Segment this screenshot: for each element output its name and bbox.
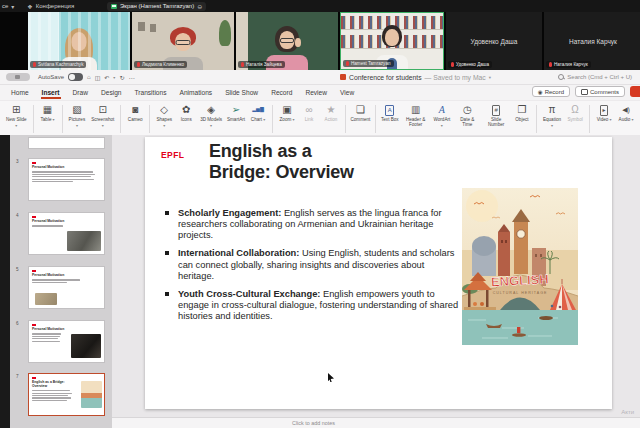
undo-icon[interactable]: ↶	[104, 74, 109, 81]
equation-icon: π	[549, 103, 556, 116]
thumb-title: English as a Bridge: Overview	[32, 381, 74, 389]
text-box-button[interactable]: AText Box	[379, 103, 401, 122]
screen-share-tab[interactable]: Экран (Hamest Tamrazyan) ⊖	[107, 2, 206, 11]
slide-thumbnail-7-selected[interactable]: 7 English as a Bridge: Overview	[28, 373, 105, 416]
zoom-insert-button[interactable]: ▣Zoom	[276, 103, 298, 123]
slide-number-button[interactable]: #Slide Number	[481, 103, 511, 128]
conference-label[interactable]: Конференция	[36, 3, 74, 9]
name-label: Удовенко Даша	[448, 61, 492, 68]
mic-muted-icon	[346, 61, 349, 66]
link-button: ∞Link	[298, 103, 320, 122]
video-button[interactable]: ▸Video	[593, 103, 615, 123]
slide-thumbnail-4[interactable]: 4 Personal Motivation	[28, 212, 105, 255]
slide-number: 3	[16, 159, 19, 164]
window-controls[interactable]	[6, 73, 30, 81]
table-button[interactable]: ▦Table	[37, 103, 59, 123]
audio-button[interactable]: ◀)Audio	[615, 103, 637, 123]
tab-home[interactable]: Home	[10, 87, 30, 98]
action-button: ★Action	[320, 103, 342, 122]
slide-thumbnail-5[interactable]: 5 Personal Motivation	[28, 266, 105, 309]
tab-review[interactable]: Review	[304, 87, 328, 98]
cameo-icon: ◙	[132, 103, 138, 116]
window-left-edge	[0, 135, 10, 428]
slide-body-text[interactable]: Scholarly Engagement: English serves as …	[165, 208, 461, 329]
action-icon: ★	[327, 103, 336, 116]
mic-muted-icon	[451, 62, 454, 67]
search-icon	[558, 74, 564, 80]
current-slide[interactable]: EPFL English as a Bridge: Overview Schol…	[145, 137, 612, 409]
tab-draw[interactable]: Draw	[72, 87, 89, 98]
mic-muted-icon	[549, 62, 552, 67]
toolbar-separator	[375, 105, 376, 133]
audio-tile-participant-5[interactable]: Удовенко Даша Удовенко Даша	[446, 12, 542, 70]
autosave-toggle[interactable]	[68, 73, 83, 81]
document-title[interactable]: Conference for students	[349, 74, 422, 81]
slide-thumbnail-6[interactable]: 6 Personal Motivation	[28, 320, 105, 363]
notes-pane[interactable]: Click to add notes	[112, 417, 640, 428]
tab-view[interactable]: View	[339, 87, 355, 98]
boat-figure	[517, 327, 520, 333]
titlebar: AutoSave ⌂ ◫ ↶ ▾ ↻ ⋯ Conference for stud…	[0, 70, 640, 85]
video-tile-participant-1[interactable]: Svitlana Kachmarchyk	[28, 12, 130, 70]
comment-button[interactable]: ❏Comment	[349, 103, 372, 122]
tab-design[interactable]: Design	[100, 87, 123, 98]
header-footer-button[interactable]: ▥Header & Footer	[401, 103, 431, 128]
video-tile-participant-2[interactable]: Людмила Клименко	[132, 12, 234, 70]
tab-transitions[interactable]: Transitions	[133, 87, 167, 98]
pedestrian	[559, 306, 562, 309]
thumb-title: Personal Motivation	[32, 220, 74, 224]
tab-insert[interactable]: Insert	[41, 87, 61, 98]
powerpoint-doc-icon	[340, 74, 346, 80]
title-caret-icon[interactable]: ▾	[489, 75, 491, 80]
slide-thumbnail-2-partial[interactable]	[28, 137, 105, 149]
save-icon[interactable]: ◫	[95, 74, 101, 81]
participant-name-center: Удовенко Даша	[471, 38, 518, 45]
slide-thumbnail-3[interactable]: 3 Personal Motivation	[28, 158, 105, 201]
screenshot-button[interactable]: ⊡Screenshot	[88, 103, 117, 128]
illustration-word: ENGLISH	[491, 272, 550, 290]
screen-share-label: Экран (Hamest Tamrazyan)	[120, 3, 194, 9]
participant-name: Людмила Клименко	[142, 62, 184, 67]
comments-button[interactable]: Comments	[575, 86, 625, 97]
screenshot-icon: ⊡	[99, 103, 107, 116]
toolbar-separator	[536, 105, 537, 133]
slide-illustration[interactable]: ENGLISH CULTURAL HERITAGE	[462, 188, 578, 345]
mic-muted-icon	[137, 62, 140, 67]
tab-animations[interactable]: Animations	[179, 87, 214, 98]
smartart-button[interactable]: ➢SmartArt	[225, 103, 247, 122]
search-placeholder: Search (Cmd + Ctrl + U)	[567, 74, 632, 80]
share-button[interactable]	[630, 86, 640, 97]
undo-caret-icon[interactable]: ▾	[113, 75, 115, 80]
audio-tile-participant-6[interactable]: Наталия Карчук Наталия Карчук	[544, 12, 640, 70]
date-time-button[interactable]: ◷Date & Time	[453, 103, 481, 128]
pictures-button[interactable]: ▧Pictures	[66, 103, 89, 128]
equation-button[interactable]: πEquation	[540, 103, 564, 128]
participant-name: Наталия Карчук	[554, 62, 588, 67]
wordart-button[interactable]: AWordArt	[430, 103, 453, 128]
slide-number: 7	[16, 374, 19, 379]
search-field[interactable]: Search (Cmd + Ctrl + U)	[558, 70, 632, 84]
video-tile-participant-3[interactable]: Наталія Зайцева	[236, 12, 338, 70]
toolbar-separator	[33, 105, 34, 133]
tab-slide-show[interactable]: Slide Show	[224, 87, 259, 98]
minimize-share-icon[interactable]: ⊖	[197, 3, 202, 10]
tab-record[interactable]: Record	[270, 87, 293, 98]
new-slide-button[interactable]: ⊞New Slide	[3, 103, 30, 128]
redo-icon[interactable]: ↻	[119, 74, 124, 81]
home-icon[interactable]: ⌂	[87, 74, 91, 80]
shapes-button[interactable]: ◇Shapes	[153, 103, 175, 128]
chevron-down-icon[interactable]: ▾	[11, 3, 14, 10]
cameo-button[interactable]: ◙Cameo	[124, 103, 146, 122]
chart-button[interactable]: ▂▅▇Chart	[247, 103, 269, 123]
slide-title[interactable]: English as a Bridge: Overview	[209, 141, 354, 183]
audio-icon: ◀)	[622, 103, 630, 116]
record-button[interactable]: ◉ Record	[532, 86, 570, 97]
object-button[interactable]: ❐Object	[511, 103, 533, 122]
wordart-icon: A	[439, 103, 445, 116]
symbol-icon: Ω	[571, 103, 578, 116]
video-tile-participant-4-active-speaker[interactable]: Hamest Tamrazyan	[340, 12, 444, 70]
icons-button[interactable]: ✿Icons	[175, 103, 197, 122]
thumb-photo	[67, 231, 101, 251]
more-icon[interactable]: ⋯	[128, 74, 134, 81]
3d-models-button[interactable]: ◈3D Models	[197, 103, 225, 128]
